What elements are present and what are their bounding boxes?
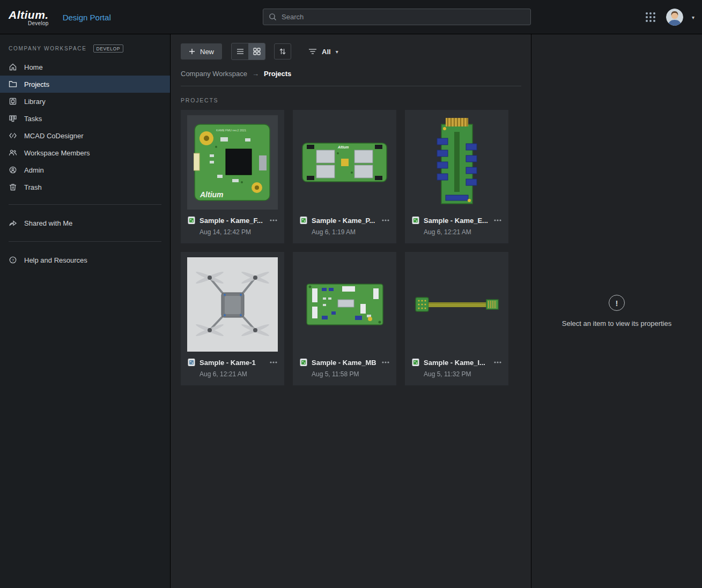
sidebar-item-help[interactable]: ? Help and Resources — [0, 250, 170, 270]
view-toggle — [231, 43, 265, 60]
members-icon — [9, 148, 17, 157]
brand: Altium. Develop Design Portal — [9, 0, 111, 34]
project-menu-button[interactable] — [268, 218, 279, 223]
avatar[interactable] — [666, 9, 683, 26]
project-name: Sample - Kame_P... — [312, 217, 376, 225]
project-file-icon — [187, 358, 196, 367]
filter-control[interactable]: All ▾ — [308, 48, 338, 56]
altium-logo[interactable]: Altium. Develop — [9, 9, 49, 26]
project-card[interactable]: Sample - Kame-1 Aug 6, 12:21 AM — [181, 252, 284, 385]
sidebar-item-workspace-members[interactable]: Workspace Members — [0, 144, 170, 161]
project-card[interactable]: KAME FMU rev.2 2021 — [181, 110, 284, 243]
breadcrumb-root[interactable]: Company Workspace — [181, 70, 247, 78]
sidebar-item-shared-with-me[interactable]: Shared with Me — [0, 213, 170, 233]
sidebar-item-library[interactable]: Library — [0, 93, 170, 110]
breadcrumb-current: Projects — [264, 70, 291, 78]
toolbar: New All ▾ — [181, 43, 531, 60]
sidebar-item-admin[interactable]: Admin — [0, 161, 170, 178]
topbar-right: ▾ — [644, 0, 694, 34]
alert-circle-icon: ! — [609, 295, 625, 311]
project-name: Sample - Kame-1 — [199, 359, 264, 367]
search-icon — [269, 13, 277, 21]
search-input[interactable] — [282, 13, 525, 21]
svg-text:KAME FMU rev.2 2021: KAME FMU rev.2 2021 — [216, 129, 246, 132]
project-file-icon — [187, 216, 196, 225]
tasks-icon — [9, 114, 17, 123]
new-button-label: New — [200, 48, 214, 56]
topbar: Altium. Develop Design Portal — [0, 0, 702, 34]
project-card[interactable]: Sample - Kame_MB Aug 5, 11:58 PM — [293, 252, 396, 385]
sidebar-item-label: Trash — [24, 183, 42, 191]
sidebar: COMPANY WORKSPACE DEVELOP Home Projects — [0, 34, 171, 588]
sidebar-item-label: Home — [24, 63, 43, 71]
account-caret-icon[interactable]: ▾ — [692, 14, 694, 20]
section-title: PROJECTS — [181, 97, 531, 103]
empty-selection-message: Select an item to view its properties — [562, 319, 671, 328]
project-menu-button[interactable] — [268, 360, 279, 365]
pcb-power-image: Altium — [300, 138, 389, 187]
library-icon — [9, 97, 17, 106]
drone-image — [194, 262, 271, 347]
search-box — [263, 9, 531, 25]
sidebar-item-projects[interactable]: Projects — [0, 76, 170, 93]
breadcrumb: Company Workspace → Projects — [181, 70, 531, 78]
sidebar-item-label: Admin — [24, 166, 44, 174]
trash-icon — [9, 183, 17, 191]
sidebar-nav: Home Projects Library Tasks — [0, 58, 170, 196]
sidebar-item-home[interactable]: Home — [0, 58, 170, 76]
share-icon — [9, 219, 17, 227]
sidebar-item-mcad[interactable]: MCAD CoDesigner — [0, 127, 170, 144]
project-file-icon — [411, 358, 420, 367]
project-date: Aug 14, 12:42 PM — [199, 228, 284, 236]
project-menu-button[interactable] — [380, 360, 391, 365]
project-menu-button[interactable] — [492, 218, 503, 223]
project-menu-button[interactable] — [492, 360, 503, 365]
sidebar-item-label: Shared with Me — [24, 219, 72, 227]
project-date: Aug 6, 12:21 AM — [424, 228, 508, 236]
svg-text:?: ? — [12, 258, 14, 263]
filter-caret-icon: ▾ — [336, 49, 338, 55]
mcad-icon — [9, 131, 17, 140]
grid-view-button[interactable] — [248, 43, 265, 59]
sidebar-item-trash[interactable]: Trash — [0, 178, 170, 196]
sidebar-item-label: Projects — [24, 80, 49, 88]
alert-glyph: ! — [616, 299, 618, 308]
apps-grid-icon[interactable] — [644, 10, 657, 24]
project-card[interactable]: Sample - Kame_E... Aug 6, 12:21 AM — [405, 110, 508, 243]
project-date: Aug 6, 1:19 AM — [312, 228, 396, 236]
project-thumbnail — [293, 252, 396, 357]
project-thumbnail — [405, 252, 508, 357]
pcb-mainboard-image — [305, 280, 385, 329]
sidebar-divider — [9, 204, 161, 205]
workspace-badge: DEVELOP — [93, 44, 123, 53]
workspace-header: COMPANY WORKSPACE DEVELOP — [0, 34, 170, 58]
project-card[interactable]: Altium — [293, 110, 396, 243]
new-button[interactable]: New — [181, 43, 222, 59]
logo-subtext: Develop — [28, 20, 49, 26]
plus-icon — [189, 48, 195, 55]
project-card[interactable]: Sample - Kame_I... Aug 5, 11:32 PM — [405, 252, 508, 385]
sort-button[interactable] — [274, 43, 291, 59]
portal-title: Design Portal — [63, 13, 111, 22]
project-file-icon — [411, 216, 420, 225]
design-portal-app: Altium. Develop Design Portal — [0, 0, 702, 588]
svg-text:Altium: Altium — [337, 145, 349, 149]
project-date: Aug 5, 11:32 PM — [424, 370, 508, 378]
pcb-fmu-image: KAME FMU rev.2 2021 — [194, 122, 271, 203]
list-view-button[interactable] — [232, 43, 248, 59]
project-file-icon — [299, 358, 308, 367]
workspace-label: COMPANY WORKSPACE — [9, 46, 87, 51]
project-thumbnail — [181, 252, 284, 357]
filter-icon — [308, 48, 317, 55]
logo-text: Altium. — [9, 9, 49, 21]
sidebar-divider — [9, 241, 161, 242]
main-content: New All ▾ Company W — [171, 34, 531, 588]
svg-text:Altium: Altium — [199, 190, 224, 199]
project-file-icon — [299, 216, 308, 225]
project-thumbnail: Altium — [293, 110, 396, 215]
project-date: Aug 5, 11:58 PM — [312, 370, 396, 378]
filter-value: All — [322, 48, 331, 56]
sidebar-item-tasks[interactable]: Tasks — [0, 110, 170, 127]
project-menu-button[interactable] — [380, 218, 391, 223]
content-divider — [181, 86, 521, 86]
